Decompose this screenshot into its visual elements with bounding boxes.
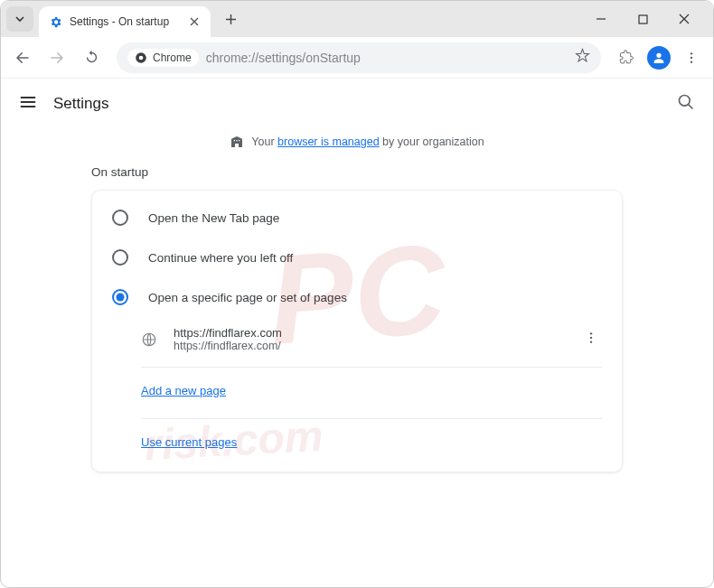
settings-header: Settings (1, 79, 713, 129)
startup-option-newtab[interactable]: Open the New Tab page (92, 198, 622, 238)
tab-close-button[interactable] (187, 14, 202, 29)
reload-button[interactable] (77, 43, 106, 72)
toolbar-right (612, 43, 706, 72)
globe-icon (141, 331, 157, 348)
svg-point-4 (691, 56, 692, 58)
back-button[interactable] (8, 43, 37, 72)
titlebar: Settings - On startup (1, 1, 713, 37)
maximize-icon (638, 14, 648, 24)
chevron-down-icon (14, 14, 25, 24)
section-title: On startup (91, 165, 623, 179)
radio-label: Open a specific page or set of pages (148, 291, 347, 304)
search-button[interactable] (677, 93, 695, 115)
star-icon (575, 48, 590, 63)
browser-window: Settings - On startup Chrome chrome://se… (0, 0, 714, 588)
forward-button[interactable] (42, 43, 71, 72)
svg-point-3 (691, 52, 692, 54)
startup-page-row: https://findflarex.com https://findflare… (92, 317, 622, 361)
page-url: https://findflarex.com/ (174, 340, 564, 352)
profile-button[interactable] (644, 43, 673, 72)
radio-label: Open the New Tab page (148, 211, 279, 225)
maximize-button[interactable] (630, 6, 655, 32)
search-icon (677, 93, 695, 111)
window-controls (588, 6, 713, 32)
bookmark-button[interactable] (575, 48, 590, 67)
new-tab-button[interactable] (218, 6, 243, 32)
page-info: https://findflarex.com https://findflare… (174, 326, 564, 352)
radio-icon (112, 249, 128, 266)
watermark: risk.com (144, 411, 324, 470)
avatar-icon (647, 46, 671, 70)
hamburger-icon (19, 93, 37, 111)
tab-search-button[interactable] (6, 6, 33, 32)
settings-menu-button[interactable] (19, 93, 37, 115)
reload-icon (84, 50, 99, 65)
building-icon (230, 135, 244, 149)
svg-point-2 (139, 55, 144, 60)
radio-icon (112, 210, 128, 226)
minimize-icon (596, 14, 606, 24)
minimize-button[interactable] (588, 6, 614, 32)
radio-label: Continue where you left off (148, 251, 293, 265)
arrow-right-icon (49, 50, 65, 66)
page-title: Settings (53, 95, 108, 113)
add-page-row: Add a new page (92, 368, 622, 413)
managed-text: Your browser is managed by your organiza… (251, 135, 484, 148)
svg-point-5 (691, 61, 692, 62)
add-page-link[interactable]: Add a new page (141, 384, 226, 397)
gear-icon (48, 14, 62, 29)
startup-option-continue[interactable]: Continue where you left off (92, 238, 622, 277)
svg-point-9 (590, 336, 592, 338)
close-window-button[interactable] (672, 6, 697, 32)
settings-content: On startup Open the New Tab page Continu… (1, 154, 713, 472)
svg-point-10 (590, 341, 592, 342)
arrow-left-icon (14, 50, 31, 66)
extensions-button[interactable] (612, 43, 641, 72)
plus-icon (225, 14, 237, 25)
svg-point-6 (680, 96, 691, 107)
radio-icon (112, 289, 128, 305)
menu-button[interactable] (677, 43, 706, 72)
site-chip[interactable]: Chrome (127, 49, 199, 67)
url-text: chrome://settings/onStartup (206, 51, 361, 65)
svg-rect-0 (639, 15, 647, 23)
tab-title: Settings - On startup (70, 15, 180, 28)
browser-toolbar: Chrome chrome://settings/onStartup (1, 37, 713, 79)
managed-link[interactable]: browser is managed (277, 135, 380, 148)
startup-option-specific[interactable]: Open a specific page or set of pages (92, 277, 622, 317)
page-more-button[interactable] (580, 327, 602, 352)
chip-label: Chrome (153, 51, 192, 64)
managed-notice: Your browser is managed by your organiza… (1, 129, 713, 154)
dots-vertical-icon (684, 51, 699, 65)
close-icon (679, 14, 690, 24)
chrome-icon (135, 51, 147, 64)
svg-point-8 (590, 332, 592, 334)
puzzle-icon (619, 50, 634, 65)
browser-tab[interactable]: Settings - On startup (39, 6, 211, 37)
address-bar[interactable]: Chrome chrome://settings/onStartup (117, 42, 601, 73)
dots-vertical-icon (584, 331, 598, 345)
close-icon (190, 17, 199, 26)
page-name: https://findflarex.com (174, 326, 564, 340)
